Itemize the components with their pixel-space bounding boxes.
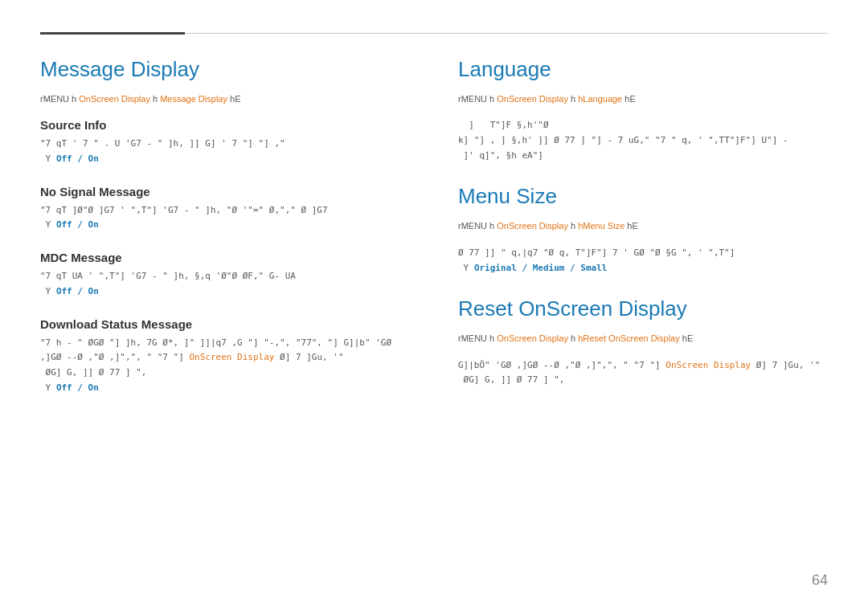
menu-size-section: Menu Size rMENU h OnScreen Display h hMe… (458, 184, 828, 276)
source-info-title: Source Info (40, 118, 410, 132)
source-info-section: Source Info "7 qT ' 7 " . U 'G7 - " ]h, … (40, 118, 410, 166)
no-signal-option: Off / On (56, 219, 99, 230)
columns-layout: Message Display rMENU h OnScreen Display… (40, 57, 828, 413)
right-column: Language rMENU h OnScreen Display h hLan… (458, 57, 828, 413)
reset-osd-section: Reset OnScreen Display rMENU h OnScreen … (458, 296, 828, 388)
lang-nav-prefix: rMENU h (458, 94, 497, 104)
menu-size-title: Menu Size (458, 184, 828, 209)
reset-nav-link-osd: OnScreen Display (497, 333, 568, 343)
language-section: Language rMENU h OnScreen Display h hLan… (458, 57, 828, 163)
lang-nav-link-osd: OnScreen Display (497, 94, 568, 104)
source-info-option: Off / On (56, 153, 99, 164)
reset-osd-title: Reset OnScreen Display (458, 296, 828, 321)
nav-link-msg-display: Message Display (158, 94, 227, 104)
menusize-nav-sep: h (568, 221, 575, 231)
reset-osd-nav: rMENU h OnScreen Display h hReset OnScre… (458, 333, 828, 345)
top-line-light (185, 33, 828, 34)
reset-osd-body: G]|bÖ" 'GØ ,]GØ --Ø ,"Ø ,]",", " "7 "] O… (458, 358, 828, 388)
menu-size-body: Ø 77 ]] " q,|q7 "Ø q, T"]F"] 7 ' GØ "Ø §… (458, 246, 828, 276)
menusize-nav-link: hMenu Size (575, 221, 624, 231)
download-option: Off / On (56, 382, 99, 393)
reset-nav-link: hReset OnScreen Display (575, 333, 680, 343)
mdc-title: MDC Message (40, 251, 410, 264)
mdc-option: Off / On (56, 286, 99, 296)
menusize-nav-prefix: rMENU h (458, 221, 497, 231)
download-status-title: Download Status Message (40, 317, 410, 331)
message-display-title: Message Display (40, 57, 410, 82)
menusize-nav-suffix: hE (624, 221, 638, 231)
menu-size-option: Original / Medium / Small (474, 263, 608, 273)
page-container: Message Display rMENU h OnScreen Display… (0, 0, 868, 445)
message-display-nav: rMENU h OnScreen Display h Message Displ… (40, 93, 410, 105)
lang-nav-link-lang: hLanguage (575, 94, 622, 104)
page-number: 64 (812, 572, 828, 589)
lang-nav-sep: h (568, 94, 575, 104)
top-line-dark (40, 32, 185, 35)
lang-nav-suffix: hE (622, 94, 636, 104)
no-signal-body: "7 qT ]Ø"Ø ]G7 ' ",T"] 'G7 - " ]h, "Ø '"… (40, 203, 410, 233)
no-signal-title: No Signal Message (40, 185, 410, 198)
language-body: ] T"]F §,h'"Ø k] "] , ] §,h' ]] Ø 77 ] "… (458, 118, 828, 163)
source-info-body: "7 qT ' 7 " . U 'G7 - " ]h, ]] G] ' 7 "]… (40, 137, 410, 166)
download-status-section: Download Status Message "7 h - " ØGØ "] … (40, 317, 410, 396)
download-status-body: "7 h - " ØGØ "] ]h, 7G Ø*, ]" ]]|q7 ,G "… (40, 336, 410, 396)
download-osd-link: OnScreen Display (189, 352, 274, 362)
language-title: Language (458, 57, 828, 82)
nav-prefix-1: rMENU h (40, 94, 79, 104)
no-signal-section: No Signal Message "7 qT ]Ø"Ø ]G7 ' ",T"]… (40, 185, 410, 233)
menusize-nav-link-osd: OnScreen Display (497, 221, 568, 231)
top-lines (40, 32, 828, 35)
reset-osd-link: OnScreen Display (665, 360, 751, 370)
reset-nav-sep: h (568, 333, 575, 343)
mdc-body: "7 qT UA ' ",T"] 'G7 - " ]h, §,q 'Ø"Ø ØF… (40, 269, 410, 299)
nav-sep-1: h (150, 94, 158, 104)
left-column: Message Display rMENU h OnScreen Display… (40, 57, 410, 413)
reset-nav-suffix: hE (680, 333, 694, 343)
mdc-section: MDC Message "7 qT UA ' ",T"] 'G7 - " ]h,… (40, 251, 410, 299)
language-nav: rMENU h OnScreen Display h hLanguage hE (458, 93, 828, 105)
nav-suffix-1: hE (227, 94, 241, 104)
reset-nav-prefix: rMENU h (458, 333, 497, 343)
menu-size-nav: rMENU h OnScreen Display h hMenu Size hE (458, 220, 828, 232)
nav-link-osd-1: OnScreen Display (79, 94, 150, 104)
